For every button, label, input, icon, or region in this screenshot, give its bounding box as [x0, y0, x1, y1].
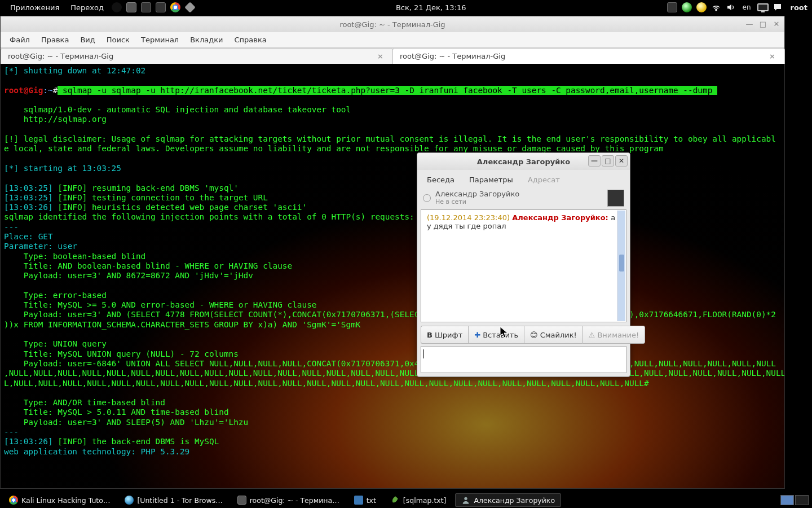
task-chat-active[interactable]: Александр Загоруйко: [455, 493, 561, 507]
keyboard-layout-indicator[interactable]: en: [738, 3, 756, 11]
terminal-viewport[interactable]: [*] shutting down at 12:47:02 root@Gig:~…: [1, 64, 784, 488]
window-titlebar[interactable]: root@Gig: ~ - Терминал-Gig — □ ✕: [1, 16, 784, 32]
buddy-status: Не в сети: [435, 199, 607, 206]
chat-tab-parameters[interactable]: Параметры: [462, 172, 520, 187]
task-label: [Untitled 1 - Tor Brows…: [137, 496, 222, 505]
menu-help[interactable]: Справка: [229, 33, 272, 46]
menu-file[interactable]: Файл: [4, 33, 36, 46]
tab-label: root@Gig: ~ - Терминал-Gig: [400, 52, 505, 60]
launcher-screen-icon[interactable]: [140, 2, 152, 13]
buddy-avatar[interactable]: [607, 190, 624, 207]
tab-close-icon[interactable]: ×: [767, 52, 778, 60]
chat-attention-button: ⚠Внимание!: [582, 326, 645, 344]
tray-square-icon[interactable]: [666, 2, 678, 13]
chat-titlebar[interactable]: Александр Загоруйко — □ ✕: [417, 153, 630, 170]
document-icon: [354, 496, 363, 505]
tray-chat-icon[interactable]: [771, 2, 784, 13]
message-timestamp: (19.12.2014 23:23:40): [427, 213, 512, 222]
terminal-window: root@Gig: ~ - Терминал-Gig — □ ✕ Файл Пр…: [0, 16, 785, 489]
launcher-box-icon[interactable]: [155, 2, 167, 13]
chat-maximize-button[interactable]: □: [602, 155, 614, 167]
chat-input[interactable]: [421, 346, 626, 373]
chat-tabbar: Беседа Параметры Адресат: [417, 170, 630, 187]
top-panel: Приложения Переход Вск, 21 Дек, 13:16 en…: [0, 0, 812, 15]
chat-toolbar: BШрифт ✚Вставить 😊Смайлик! ⚠Внимание!: [421, 326, 626, 344]
chat-log[interactable]: (19.12.2014 23:23:40) Александр Загоруйк…: [421, 209, 626, 322]
menu-edit[interactable]: Правка: [36, 33, 74, 46]
task-terminal[interactable]: root@Gig: ~ - Термина…: [232, 494, 345, 506]
terminal-output: [*] shutting down at 12:47:02 root@Gig:~…: [1, 64, 784, 488]
launcher-chrome-icon[interactable]: [169, 2, 182, 13]
tray-network-icon[interactable]: [710, 2, 722, 13]
workspace-2[interactable]: [795, 495, 809, 505]
menu-view[interactable]: Вид: [74, 33, 100, 46]
terminal-tab-inactive[interactable]: root@Gig: ~ - Терминал-Gig ×: [392, 48, 785, 64]
task-label: Александр Загоруйко: [474, 496, 555, 505]
menu-search[interactable]: Поиск: [101, 33, 135, 46]
terminal-icon: [237, 496, 246, 505]
launcher-kali-icon[interactable]: [111, 2, 123, 13]
status-offline-icon: [423, 194, 431, 202]
tray-status-yellow-icon[interactable]: [695, 2, 708, 13]
clock[interactable]: Вск, 21 Дек, 13:16: [390, 3, 472, 12]
task-leaf[interactable]: [sqlmap.txt]: [385, 494, 452, 506]
chat-insert-button[interactable]: ✚Вставить: [468, 326, 524, 344]
chrome-icon: [9, 496, 18, 505]
chat-buddy-header: Александр Загоруйко Не в сети: [417, 187, 630, 209]
task-label: root@Gig: ~ - Термина…: [250, 496, 339, 505]
task-txt[interactable]: txt: [348, 494, 382, 506]
user-menu[interactable]: root: [785, 3, 808, 12]
terminal-tab-active[interactable]: root@Gig: ~ - Терминал-Gig ×: [1, 48, 393, 64]
workspace-1[interactable]: [780, 495, 794, 505]
tab-bar: root@Gig: ~ - Терминал-Gig × root@Gig: ~…: [1, 48, 784, 64]
buddy-name: Александр Загоруйко: [435, 190, 607, 199]
launcher-diamond-icon[interactable]: [184, 2, 196, 13]
svg-point-1: [465, 497, 467, 500]
chat-font-button[interactable]: BШрифт: [421, 326, 468, 344]
svg-point-0: [715, 9, 716, 10]
window-maximize-button[interactable]: □: [757, 19, 769, 29]
tray-display-icon[interactable]: [757, 2, 769, 13]
menu-terminal[interactable]: Терминал: [135, 33, 184, 46]
chat-title: Александр Загоруйко: [477, 157, 570, 166]
window-close-button[interactable]: ✕: [771, 19, 782, 29]
tab-close-icon[interactable]: ×: [375, 52, 386, 60]
workspace-pager[interactable]: [780, 495, 809, 505]
chat-minimize-button[interactable]: —: [588, 155, 601, 167]
menu-applications[interactable]: Приложения: [5, 3, 65, 12]
task-label: txt: [367, 496, 376, 505]
person-icon: [461, 496, 470, 505]
task-label: [sqlmap.txt]: [403, 496, 447, 505]
task-tor[interactable]: [Untitled 1 - Tor Brows…: [119, 494, 228, 506]
chat-window[interactable]: Александр Загоруйко — □ ✕ Беседа Парамет…: [417, 152, 630, 377]
task-chrome[interactable]: Kali Linux Hacking Tuto…: [3, 494, 116, 506]
launcher-terminal-icon[interactable]: [125, 2, 138, 13]
menu-tabs[interactable]: Вкладки: [184, 33, 228, 46]
menu-go[interactable]: Переход: [65, 3, 109, 12]
chat-tab-recipient: Адресат: [520, 172, 567, 187]
menubar: Файл Правка Вид Поиск Терминал Вкладки С…: [1, 32, 784, 48]
bottom-panel: Kali Linux Hacking Tuto… [Untitled 1 - T…: [0, 492, 812, 508]
message-sender: Александр Загоруйко:: [512, 213, 611, 222]
tray-status-green-icon[interactable]: [681, 2, 693, 13]
chat-scrollbar[interactable]: [617, 211, 625, 321]
chat-tab-conversation[interactable]: Беседа: [420, 172, 462, 187]
tray-volume-icon[interactable]: [725, 2, 737, 13]
scrollbar-thumb[interactable]: [619, 255, 624, 271]
leaf-icon: [391, 496, 400, 505]
chat-close-button[interactable]: ✕: [615, 155, 628, 167]
globe-icon: [125, 496, 134, 505]
tab-label: root@Gig: ~ - Терминал-Gig: [8, 52, 113, 60]
window-title: root@Gig: ~ - Терминал-Gig: [339, 20, 445, 29]
task-label: Kali Linux Hacking Tuto…: [21, 496, 110, 505]
chat-smiley-button[interactable]: 😊Смайлик!: [524, 326, 582, 344]
window-minimize-button[interactable]: —: [744, 19, 755, 29]
